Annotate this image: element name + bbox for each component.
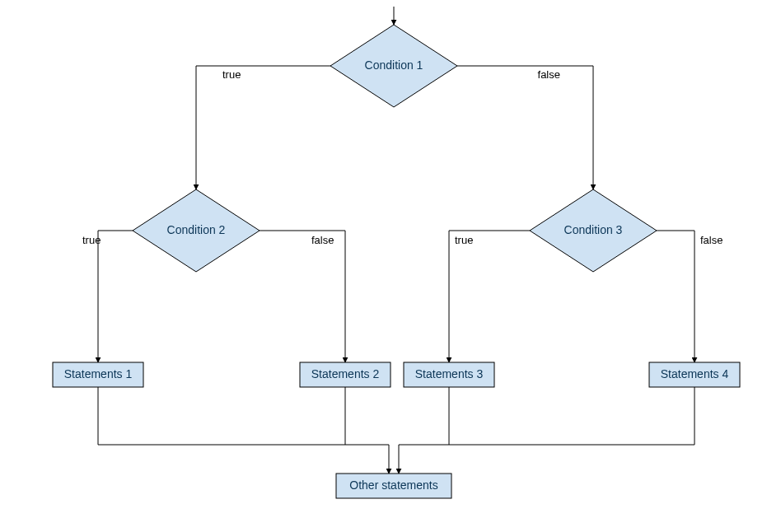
node-condition-3-label: Condition 3 (564, 223, 623, 236)
edge-merge (98, 387, 695, 474)
node-condition-1-label: Condition 1 (365, 58, 423, 72)
edge-c3-true-label: true (455, 234, 473, 246)
edge-c1-false: false (457, 66, 593, 189)
edge-c2-false: false (260, 231, 345, 362)
edge-c2-false-label: false (311, 234, 334, 246)
node-statements-1: Statements 1 (53, 362, 143, 387)
node-statements-4-label: Statements 4 (661, 367, 729, 380)
edge-c3-false-label: false (700, 234, 723, 246)
node-statements-2-label: Statements 2 (311, 367, 380, 380)
node-condition-1: Condition 1 (330, 25, 457, 107)
edge-c1-false-label: false (538, 68, 560, 81)
edge-c1-true-label: true (222, 68, 241, 81)
node-statements-2: Statements 2 (300, 362, 391, 387)
node-statements-3: Statements 3 (404, 362, 494, 387)
edge-c3-false: false (657, 231, 723, 362)
flowchart-canvas: Condition 1 true false Condition 2 Condi… (0, 0, 767, 532)
edge-c1-true: true (196, 66, 330, 189)
node-statements-3-label: Statements 3 (415, 367, 484, 380)
node-condition-2-label: Condition 2 (167, 223, 226, 236)
edge-c3-true: true (449, 231, 530, 362)
edge-c2-true: true (82, 231, 133, 362)
node-condition-2: Condition 2 (133, 189, 260, 272)
node-statements-4: Statements 4 (649, 362, 740, 387)
node-statements-1-label: Statements 1 (64, 367, 133, 380)
node-other-statements-label: Other statements (349, 478, 437, 492)
node-other-statements: Other statements (336, 474, 451, 498)
node-condition-3: Condition 3 (530, 189, 657, 272)
edge-c2-true-label: true (82, 234, 101, 246)
